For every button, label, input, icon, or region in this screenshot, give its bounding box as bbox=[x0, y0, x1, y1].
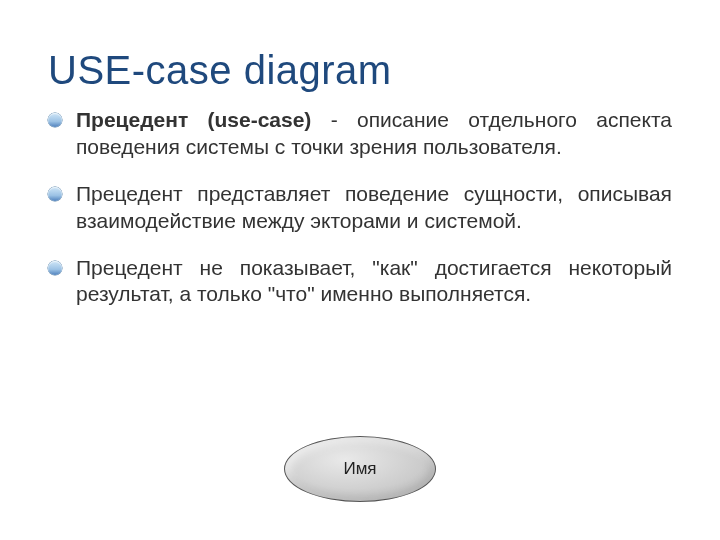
slide-title: USE-case diagram bbox=[48, 48, 672, 93]
bullet-item: Прецедент не показывает, "как" достигает… bbox=[48, 255, 672, 309]
bullet-text: Прецедент представляет поведение сущност… bbox=[76, 182, 672, 232]
usecase-ellipse: Имя bbox=[284, 436, 436, 502]
bullet-text: Прецедент не показывает, "как" достигает… bbox=[76, 256, 672, 306]
bullet-item: Прецедент представляет поведение сущност… bbox=[48, 181, 672, 235]
usecase-label: Имя bbox=[343, 459, 376, 479]
bullet-lead: Прецедент (use-case) bbox=[76, 108, 311, 131]
bullet-list: Прецедент (use-case) - описание отдельно… bbox=[48, 107, 672, 308]
bullet-item: Прецедент (use-case) - описание отдельно… bbox=[48, 107, 672, 161]
usecase-figure: Имя bbox=[284, 436, 436, 502]
slide: USE-case diagram Прецедент (use-case) - … bbox=[0, 0, 720, 540]
